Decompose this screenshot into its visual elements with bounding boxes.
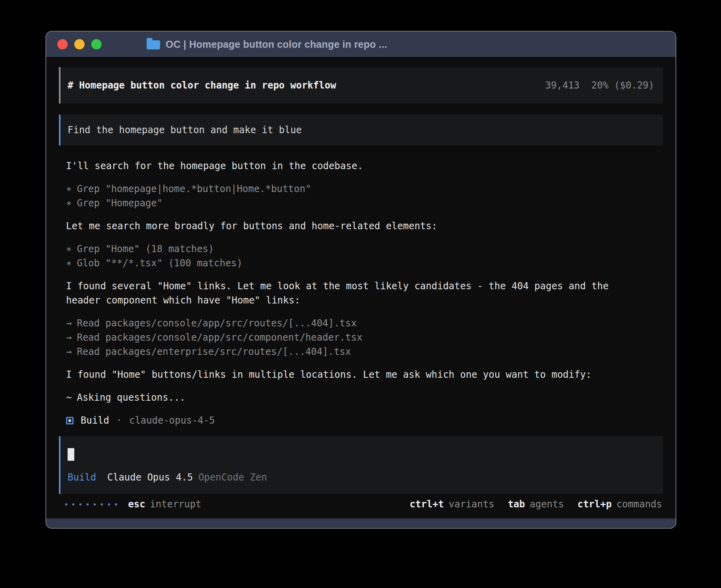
user-message-text: Find the homepage button and make it blu…: [68, 123, 302, 137]
window-titlebar[interactable]: OC | Homepage button color change in rep…: [46, 32, 676, 57]
titlebar-title-group: OC | Homepage button color change in rep…: [147, 39, 387, 50]
read-tool-label: Read packages/console/app/src/routes/[..…: [77, 316, 357, 330]
read-tool-group: → Read packages/console/app/src/routes/[…: [59, 316, 663, 359]
assistant-paragraph: I found several "Home" links. Let me loo…: [59, 279, 663, 307]
zoom-button[interactable]: [91, 39, 102, 49]
shortcut-key: ctrl+p: [578, 497, 612, 511]
tool-call-line: ∗ Glob "**/*.tsx" (100 matches): [59, 256, 663, 270]
arrow-right-icon: →: [66, 316, 72, 330]
esc-label: interrupt: [150, 497, 201, 511]
agent-name: Build: [81, 413, 109, 428]
prompt-input[interactable]: Build Claude Opus 4.5 OpenCode Zen: [59, 436, 663, 494]
minimize-button[interactable]: [74, 39, 85, 49]
user-message-panel: Find the homepage button and make it blu…: [59, 115, 663, 145]
working-status-text: Asking questions...: [77, 390, 185, 405]
tool-call-line: ∗ Grep "Homepage": [59, 196, 663, 210]
tool-call-label: Glob "**/*.tsx" (100 matches): [77, 256, 242, 270]
close-button[interactable]: [57, 39, 68, 49]
read-tool-line: → Read packages/enterprise/src/routes/[.…: [59, 345, 663, 359]
tool-call-label: Grep "homepage|home.*button|Home.*button…: [77, 182, 311, 196]
status-bar-right: ctrl+t variants tab agents ctrl+p comman…: [410, 497, 663, 511]
working-status-line: ~ Asking questions...: [59, 390, 663, 405]
shortcut-label: variants: [449, 497, 495, 511]
terminal-window: OC | Homepage button color change in rep…: [45, 31, 676, 529]
assistant-text: header component which have "Home" links…: [59, 293, 663, 307]
input-model-name[interactable]: Claude Opus 4.5: [107, 471, 193, 484]
agent-status-row: Build · claude-opus-4-5: [59, 413, 663, 428]
agent-square-icon: [66, 417, 74, 424]
shortcut-variants: ctrl+t variants: [410, 497, 494, 511]
input-provider-name: OpenCode Zen: [198, 471, 267, 484]
agent-model: claude-opus-4-5: [129, 413, 215, 428]
assistant-text: I found several "Home" links. Let me loo…: [59, 279, 663, 293]
assistant-text: Let me search more broadly for buttons a…: [59, 219, 663, 233]
asterisk-icon: ∗: [66, 182, 72, 196]
spinner-dots-icon: [65, 503, 117, 505]
tool-call-group: ∗ Grep "Home" (18 matches) ∗ Glob "**/*.…: [59, 242, 663, 270]
shortcut-label: agents: [530, 497, 564, 511]
read-tool-label: Read packages/enterprise/src/routes/[...…: [77, 345, 351, 359]
esc-key: esc: [128, 497, 145, 511]
shortcut-agents: tab agents: [508, 497, 564, 511]
read-tool-label: Read packages/console/app/src/component/…: [77, 330, 362, 345]
tool-call-label: Grep "Homepage": [77, 196, 162, 210]
status-bar-left: esc interrupt: [59, 497, 201, 511]
assistant-text: I'll search for the homepage button in t…: [59, 159, 663, 173]
shortcut-key: ctrl+t: [410, 497, 444, 511]
shortcut-label: commands: [616, 497, 662, 511]
input-agent-label[interactable]: Build: [68, 471, 96, 484]
tool-call-line: ∗ Grep "homepage|home.*button|Home.*butt…: [59, 182, 663, 196]
tool-call-group: ∗ Grep "homepage|home.*button|Home.*butt…: [59, 182, 663, 210]
traffic-lights: [57, 39, 102, 49]
tool-call-line: ∗ Grep "Home" (18 matches): [59, 242, 663, 256]
asterisk-icon: ∗: [66, 196, 72, 210]
tool-call-label: Grep "Home" (18 matches): [77, 242, 214, 256]
asterisk-icon: ∗: [66, 256, 72, 270]
status-bar: esc interrupt ctrl+t variants tab agents…: [59, 497, 663, 511]
assistant-text: I found "Home" buttons/links in multiple…: [59, 368, 663, 382]
read-tool-line: → Read packages/console/app/src/componen…: [59, 330, 663, 345]
separator-dot: ·: [116, 413, 122, 428]
shortcut-key: tab: [508, 497, 525, 511]
arrow-right-icon: →: [66, 345, 72, 359]
interrupt-hint: esc interrupt: [128, 497, 201, 511]
terminal-content: # Homepage button color change in repo w…: [46, 57, 676, 518]
text-cursor: [68, 448, 74, 461]
tilde-icon: ~: [66, 390, 72, 405]
session-header-panel: # Homepage button color change in repo w…: [59, 67, 663, 104]
input-model-row: Build Claude Opus 4.5 OpenCode Zen: [68, 471, 655, 484]
session-stats: 39,413 20% ($0.29): [545, 78, 654, 92]
session-title: # Homepage button color change in repo w…: [68, 78, 336, 92]
arrow-right-icon: →: [66, 330, 72, 345]
shortcut-commands: ctrl+p commands: [578, 497, 662, 511]
context-usage-cost: 20% ($0.29): [591, 78, 654, 92]
asterisk-icon: ∗: [66, 242, 72, 256]
token-count: 39,413: [545, 78, 579, 92]
read-tool-line: → Read packages/console/app/src/routes/[…: [59, 316, 663, 330]
folder-icon: [147, 40, 160, 49]
window-title: OC | Homepage button color change in rep…: [166, 39, 387, 50]
